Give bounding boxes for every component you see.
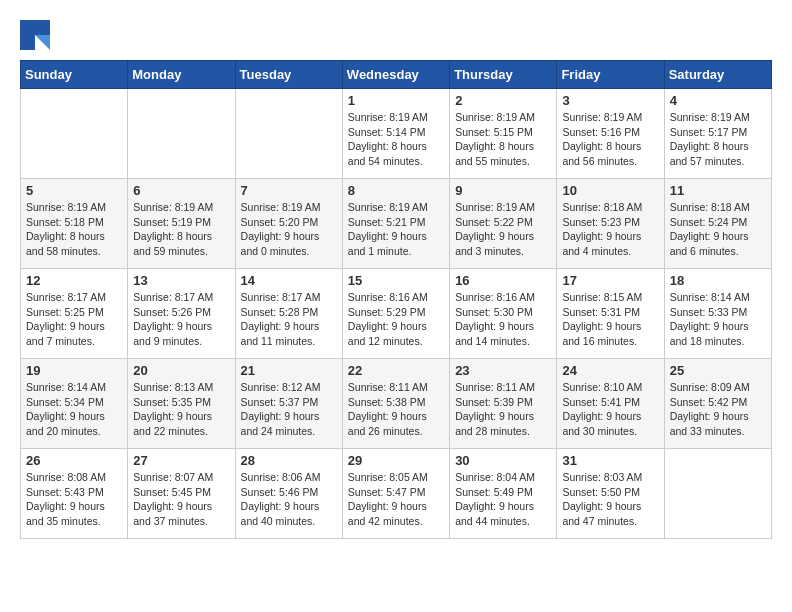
day-number: 29 — [348, 453, 444, 468]
day-info: Sunrise: 8:19 AM Sunset: 5:21 PM Dayligh… — [348, 200, 444, 259]
calendar-cell: 30Sunrise: 8:04 AM Sunset: 5:49 PM Dayli… — [450, 449, 557, 539]
day-info: Sunrise: 8:19 AM Sunset: 5:19 PM Dayligh… — [133, 200, 229, 259]
day-number: 4 — [670, 93, 766, 108]
day-info: Sunrise: 8:18 AM Sunset: 5:24 PM Dayligh… — [670, 200, 766, 259]
day-info: Sunrise: 8:13 AM Sunset: 5:35 PM Dayligh… — [133, 380, 229, 439]
calendar-week-row: 26Sunrise: 8:08 AM Sunset: 5:43 PM Dayli… — [21, 449, 772, 539]
day-info: Sunrise: 8:19 AM Sunset: 5:20 PM Dayligh… — [241, 200, 337, 259]
day-info: Sunrise: 8:19 AM Sunset: 5:16 PM Dayligh… — [562, 110, 658, 169]
calendar-cell: 17Sunrise: 8:15 AM Sunset: 5:31 PM Dayli… — [557, 269, 664, 359]
day-info: Sunrise: 8:10 AM Sunset: 5:41 PM Dayligh… — [562, 380, 658, 439]
calendar-cell: 19Sunrise: 8:14 AM Sunset: 5:34 PM Dayli… — [21, 359, 128, 449]
day-number: 14 — [241, 273, 337, 288]
day-number: 23 — [455, 363, 551, 378]
calendar-cell: 14Sunrise: 8:17 AM Sunset: 5:28 PM Dayli… — [235, 269, 342, 359]
day-number: 18 — [670, 273, 766, 288]
day-number: 11 — [670, 183, 766, 198]
day-number: 30 — [455, 453, 551, 468]
day-info: Sunrise: 8:19 AM Sunset: 5:17 PM Dayligh… — [670, 110, 766, 169]
calendar-week-row: 5Sunrise: 8:19 AM Sunset: 5:18 PM Daylig… — [21, 179, 772, 269]
day-number: 6 — [133, 183, 229, 198]
day-info: Sunrise: 8:16 AM Sunset: 5:29 PM Dayligh… — [348, 290, 444, 349]
svg-rect-1 — [35, 20, 50, 35]
day-number: 26 — [26, 453, 122, 468]
calendar-week-row: 12Sunrise: 8:17 AM Sunset: 5:25 PM Dayli… — [21, 269, 772, 359]
calendar-cell: 4Sunrise: 8:19 AM Sunset: 5:17 PM Daylig… — [664, 89, 771, 179]
calendar-cell: 3Sunrise: 8:19 AM Sunset: 5:16 PM Daylig… — [557, 89, 664, 179]
day-info: Sunrise: 8:11 AM Sunset: 5:38 PM Dayligh… — [348, 380, 444, 439]
day-info: Sunrise: 8:09 AM Sunset: 5:42 PM Dayligh… — [670, 380, 766, 439]
calendar-header-thursday: Thursday — [450, 61, 557, 89]
logo — [20, 20, 52, 50]
day-info: Sunrise: 8:06 AM Sunset: 5:46 PM Dayligh… — [241, 470, 337, 529]
calendar-cell: 27Sunrise: 8:07 AM Sunset: 5:45 PM Dayli… — [128, 449, 235, 539]
day-number: 31 — [562, 453, 658, 468]
day-info: Sunrise: 8:14 AM Sunset: 5:34 PM Dayligh… — [26, 380, 122, 439]
day-number: 15 — [348, 273, 444, 288]
calendar-cell: 9Sunrise: 8:19 AM Sunset: 5:22 PM Daylig… — [450, 179, 557, 269]
calendar-cell: 12Sunrise: 8:17 AM Sunset: 5:25 PM Dayli… — [21, 269, 128, 359]
calendar-header-monday: Monday — [128, 61, 235, 89]
day-number: 12 — [26, 273, 122, 288]
calendar-header-wednesday: Wednesday — [342, 61, 449, 89]
day-number: 5 — [26, 183, 122, 198]
day-info: Sunrise: 8:05 AM Sunset: 5:47 PM Dayligh… — [348, 470, 444, 529]
day-info: Sunrise: 8:12 AM Sunset: 5:37 PM Dayligh… — [241, 380, 337, 439]
day-info: Sunrise: 8:16 AM Sunset: 5:30 PM Dayligh… — [455, 290, 551, 349]
day-info: Sunrise: 8:14 AM Sunset: 5:33 PM Dayligh… — [670, 290, 766, 349]
day-number: 10 — [562, 183, 658, 198]
logo-icon — [20, 20, 50, 50]
calendar-cell: 15Sunrise: 8:16 AM Sunset: 5:29 PM Dayli… — [342, 269, 449, 359]
calendar-cell: 11Sunrise: 8:18 AM Sunset: 5:24 PM Dayli… — [664, 179, 771, 269]
calendar-cell: 31Sunrise: 8:03 AM Sunset: 5:50 PM Dayli… — [557, 449, 664, 539]
calendar-cell: 1Sunrise: 8:19 AM Sunset: 5:14 PM Daylig… — [342, 89, 449, 179]
calendar-cell: 6Sunrise: 8:19 AM Sunset: 5:19 PM Daylig… — [128, 179, 235, 269]
day-info: Sunrise: 8:07 AM Sunset: 5:45 PM Dayligh… — [133, 470, 229, 529]
calendar-cell — [235, 89, 342, 179]
day-number: 22 — [348, 363, 444, 378]
day-info: Sunrise: 8:17 AM Sunset: 5:28 PM Dayligh… — [241, 290, 337, 349]
calendar-header-tuesday: Tuesday — [235, 61, 342, 89]
calendar-cell: 7Sunrise: 8:19 AM Sunset: 5:20 PM Daylig… — [235, 179, 342, 269]
day-number: 24 — [562, 363, 658, 378]
day-info: Sunrise: 8:17 AM Sunset: 5:26 PM Dayligh… — [133, 290, 229, 349]
day-number: 2 — [455, 93, 551, 108]
calendar-cell: 25Sunrise: 8:09 AM Sunset: 5:42 PM Dayli… — [664, 359, 771, 449]
calendar-cell: 26Sunrise: 8:08 AM Sunset: 5:43 PM Dayli… — [21, 449, 128, 539]
day-info: Sunrise: 8:19 AM Sunset: 5:22 PM Dayligh… — [455, 200, 551, 259]
day-number: 19 — [26, 363, 122, 378]
day-number: 21 — [241, 363, 337, 378]
svg-marker-3 — [35, 35, 50, 50]
day-number: 7 — [241, 183, 337, 198]
calendar-cell — [128, 89, 235, 179]
calendar-cell: 16Sunrise: 8:16 AM Sunset: 5:30 PM Dayli… — [450, 269, 557, 359]
calendar-week-row: 19Sunrise: 8:14 AM Sunset: 5:34 PM Dayli… — [21, 359, 772, 449]
day-info: Sunrise: 8:17 AM Sunset: 5:25 PM Dayligh… — [26, 290, 122, 349]
day-number: 20 — [133, 363, 229, 378]
day-info: Sunrise: 8:18 AM Sunset: 5:23 PM Dayligh… — [562, 200, 658, 259]
day-number: 28 — [241, 453, 337, 468]
calendar-cell: 13Sunrise: 8:17 AM Sunset: 5:26 PM Dayli… — [128, 269, 235, 359]
calendar-cell: 10Sunrise: 8:18 AM Sunset: 5:23 PM Dayli… — [557, 179, 664, 269]
day-info: Sunrise: 8:08 AM Sunset: 5:43 PM Dayligh… — [26, 470, 122, 529]
calendar-cell: 8Sunrise: 8:19 AM Sunset: 5:21 PM Daylig… — [342, 179, 449, 269]
svg-rect-0 — [20, 20, 35, 35]
day-number: 1 — [348, 93, 444, 108]
calendar-cell: 18Sunrise: 8:14 AM Sunset: 5:33 PM Dayli… — [664, 269, 771, 359]
day-info: Sunrise: 8:19 AM Sunset: 5:14 PM Dayligh… — [348, 110, 444, 169]
calendar-cell: 2Sunrise: 8:19 AM Sunset: 5:15 PM Daylig… — [450, 89, 557, 179]
calendar-header-row: SundayMondayTuesdayWednesdayThursdayFrid… — [21, 61, 772, 89]
calendar-week-row: 1Sunrise: 8:19 AM Sunset: 5:14 PM Daylig… — [21, 89, 772, 179]
calendar-cell: 29Sunrise: 8:05 AM Sunset: 5:47 PM Dayli… — [342, 449, 449, 539]
calendar-header-saturday: Saturday — [664, 61, 771, 89]
day-info: Sunrise: 8:11 AM Sunset: 5:39 PM Dayligh… — [455, 380, 551, 439]
day-number: 13 — [133, 273, 229, 288]
calendar-cell — [21, 89, 128, 179]
page-header — [20, 20, 772, 50]
calendar-cell: 22Sunrise: 8:11 AM Sunset: 5:38 PM Dayli… — [342, 359, 449, 449]
calendar-table: SundayMondayTuesdayWednesdayThursdayFrid… — [20, 60, 772, 539]
day-number: 3 — [562, 93, 658, 108]
day-number: 17 — [562, 273, 658, 288]
day-info: Sunrise: 8:19 AM Sunset: 5:18 PM Dayligh… — [26, 200, 122, 259]
day-info: Sunrise: 8:04 AM Sunset: 5:49 PM Dayligh… — [455, 470, 551, 529]
